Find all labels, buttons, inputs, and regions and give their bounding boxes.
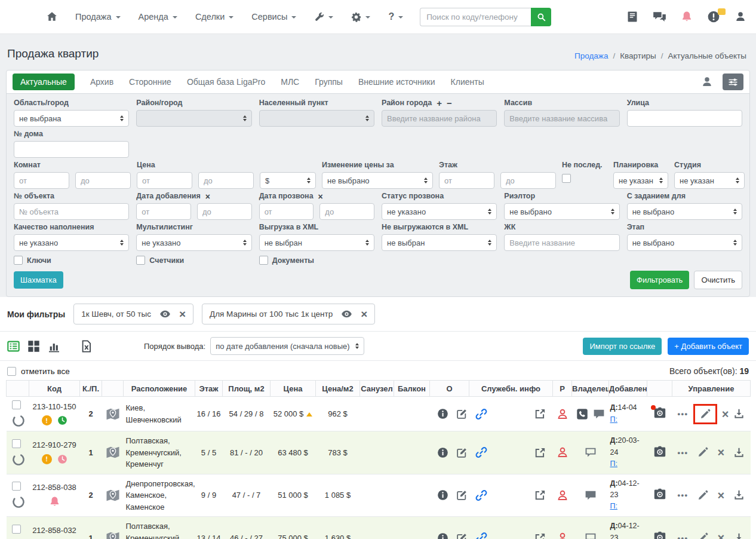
nav-rent[interactable]: Аренда [139,12,177,22]
info-icon[interactable] [437,489,448,501]
eye-icon[interactable] [159,308,171,320]
photos-camera-icon[interactable] [653,445,666,458]
call-link[interactable]: П: [610,502,617,510]
saved-filter-chip[interactable]: 1к Шевч, от 50 тыс × [73,304,193,324]
photos-camera-icon[interactable] [653,531,666,539]
comment-icon[interactable] [585,489,597,501]
journal-icon[interactable] [626,11,638,23]
import-by-link-button[interactable]: Импорт по ссылке [583,338,662,355]
chain-link-icon[interactable] [475,532,487,539]
external-link-icon[interactable] [534,532,546,539]
chain-link-icon[interactable] [475,408,487,420]
saved-filter-chip[interactable]: Для Марины от 100 тыс 1к центр × [202,304,375,324]
chain-link-icon[interactable] [475,489,487,501]
nav-deals[interactable]: Сделки [195,12,233,22]
xml-upload-select[interactable]: не выбран [259,234,374,251]
alert-icon[interactable] [707,10,720,23]
date-added-from-input[interactable] [136,203,191,220]
info-icon[interactable] [437,408,448,419]
list-view-icon[interactable] [7,340,20,353]
region-select[interactable]: не выбрана [14,110,129,127]
more-actions-icon[interactable]: ••• [678,448,689,457]
rooms-from-input[interactable] [14,172,69,189]
currency-select[interactable]: $ [260,172,316,189]
nav-settings-menu[interactable] [351,12,370,22]
keys-checkbox[interactable] [14,256,23,265]
date-call-from-input[interactable] [259,203,314,220]
rooms-to-input[interactable] [75,172,131,189]
delete-icon[interactable]: × [717,448,724,457]
info-icon[interactable] [437,532,448,539]
tab-archive[interactable]: Архив [90,74,113,90]
meters-checkbox[interactable] [136,256,145,265]
multilisting-select[interactable]: не указано [136,234,251,251]
pencil-icon[interactable] [700,409,711,419]
external-link-icon[interactable] [534,408,546,419]
documents-checkbox[interactable] [259,256,268,265]
comment-icon[interactable] [593,408,605,420]
price-to-input[interactable] [198,172,254,189]
task-for-select[interactable]: не выбрано [627,203,742,220]
excel-export-icon[interactable] [80,340,93,353]
owner-person-icon[interactable] [557,532,568,539]
filter-toggle-button[interactable] [723,74,743,90]
tab-actual[interactable]: Актуальные [13,74,75,90]
external-link-icon[interactable] [534,447,546,458]
chart-view-icon[interactable] [48,340,60,353]
call-link[interactable]: П: [610,460,617,468]
messages-icon[interactable] [653,10,666,24]
house-no-input[interactable] [14,141,129,158]
tab-thirdparty[interactable]: Сторонние [129,74,171,90]
call-status-select[interactable]: не указано [382,203,497,220]
clear-date-call-icon[interactable]: × [318,192,323,201]
row-checkbox[interactable] [12,400,21,409]
tab-groups[interactable]: Группы [315,74,343,90]
xml-not-upload-select[interactable]: не выбран [382,234,497,251]
external-link-icon[interactable] [534,489,546,501]
breadcrumb-sale[interactable]: Продажа [574,51,608,60]
breadcrumb-apartments[interactable]: Квартиры [608,51,656,60]
search-input[interactable] [420,8,531,26]
owner-person-icon[interactable] [557,446,568,458]
nav-help-menu[interactable]: ? [388,11,403,22]
notifications-bell-icon[interactable] [681,11,693,23]
delete-icon[interactable]: × [717,491,724,500]
delete-icon[interactable]: × [722,409,729,419]
more-actions-icon[interactable]: ••• [678,534,689,539]
map-pin-icon[interactable] [106,531,120,539]
nav-sale[interactable]: Продажа [75,12,121,22]
search-button[interactable] [531,8,551,26]
tab-ligapro[interactable]: Общая база LigaPro [187,74,265,90]
layout-select[interactable]: не указан [613,172,668,189]
download-icon[interactable] [733,489,745,501]
date-call-to-input[interactable] [319,203,374,220]
more-actions-icon[interactable]: ••• [678,491,689,500]
chain-link-icon[interactable] [475,446,487,458]
zhk-input[interactable] [504,234,619,251]
tab-mls[interactable]: МЛС [281,74,299,90]
edit-icon[interactable] [456,447,468,458]
floor-from-input[interactable] [439,172,494,189]
quality-select[interactable]: не указано [14,234,129,251]
more-actions-icon[interactable]: ••• [678,409,689,418]
filter-button[interactable]: Фильтровать [630,271,689,289]
tab-external-sources[interactable]: Внешние источники [358,74,435,90]
map-pin-icon[interactable] [106,445,120,460]
add-district-icon[interactable]: + [437,99,442,108]
grid-view-icon[interactable] [27,340,40,353]
chess-button[interactable]: Шахматка [14,271,63,289]
phone-icon[interactable] [576,408,588,420]
pencil-icon[interactable] [697,490,708,501]
user-icon[interactable] [735,11,746,23]
row-checkbox[interactable] [12,482,21,491]
map-pin-icon[interactable] [106,488,120,503]
remove-filter-icon[interactable]: × [179,310,186,318]
info-icon[interactable] [437,447,448,458]
price-from-input[interactable] [137,172,192,189]
edit-icon[interactable] [456,489,468,501]
object-no-input[interactable] [14,203,129,220]
map-pin-icon[interactable] [106,407,120,421]
comment-outline-icon[interactable] [585,532,597,539]
row-checkbox[interactable] [12,439,21,448]
photos-camera-icon[interactable] [653,406,666,419]
